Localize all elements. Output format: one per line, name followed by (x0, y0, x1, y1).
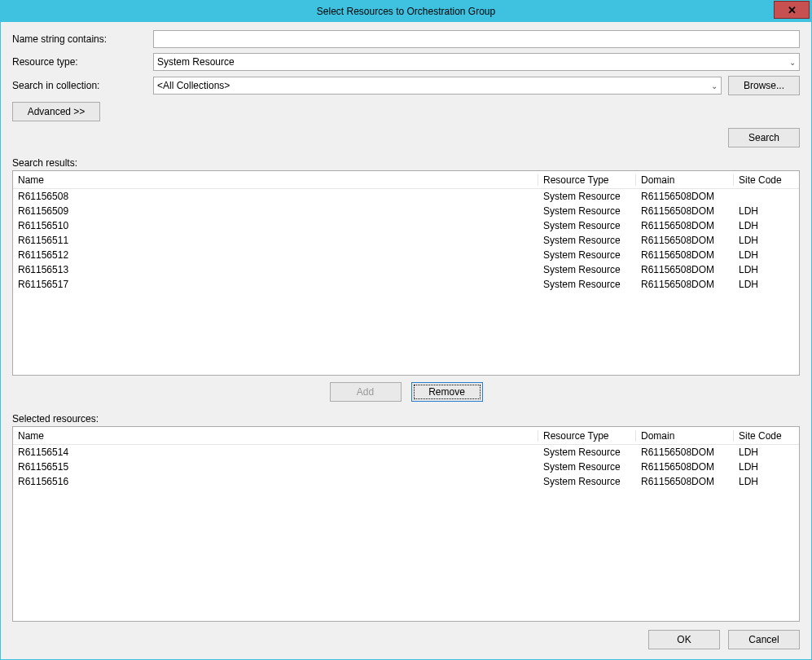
cancel-button[interactable]: Cancel (728, 630, 800, 649)
search-collection-select[interactable]: <All Collections> ⌄ (153, 77, 722, 95)
cell-domain: R61156508DOM (636, 476, 734, 487)
cell-domain: R61156508DOM (636, 264, 734, 275)
table-row[interactable]: R61156509System ResourceR61156508DOMLDH (13, 204, 799, 218)
add-button[interactable]: Add (330, 382, 402, 402)
col-header-rtype[interactable]: Resource Type (538, 174, 636, 186)
close-icon: ✕ (788, 4, 797, 16)
cell-rtype: System Resource (538, 447, 636, 458)
cell-domain: R61156508DOM (636, 447, 734, 458)
chevron-down-icon: ⌄ (711, 81, 718, 90)
col-header-rtype[interactable]: Resource Type (538, 430, 636, 442)
col-header-site[interactable]: Site Code (734, 174, 799, 186)
cell-site: LDH (734, 220, 799, 231)
name-contains-input[interactable] (153, 30, 800, 48)
cell-name: R61156511 (13, 235, 538, 246)
cell-domain: R61156508DOM (636, 461, 734, 473)
cell-rtype: System Resource (538, 249, 636, 261)
remove-button[interactable]: Remove (411, 382, 483, 402)
table-row[interactable]: R61156516System ResourceR61156508DOMLDH (13, 474, 799, 489)
cell-site: LDH (734, 461, 799, 473)
table-row[interactable]: R61156515System ResourceR61156508DOMLDH (13, 460, 799, 474)
table-row[interactable]: R61156508System ResourceR61156508DOM (13, 189, 799, 204)
row-name-contains: Name string contains: (12, 30, 800, 48)
cell-site: LDH (734, 235, 799, 246)
cell-rtype: System Resource (538, 220, 636, 231)
search-collection-label: Search in collection: (12, 80, 147, 91)
row-search-collection: Search in collection: <All Collections> … (12, 76, 800, 95)
selected-resources-body[interactable]: R61156514System ResourceR61156508DOMLDHR… (13, 445, 799, 621)
table-row[interactable]: R61156514System ResourceR61156508DOMLDH (13, 445, 799, 460)
titlebar-title: Select Resources to Orchestration Group (1, 6, 811, 17)
selected-resources-grid: Name Resource Type Domain Site Code R611… (12, 426, 800, 622)
cell-name: R61156512 (13, 249, 538, 261)
cell-site: LDH (734, 279, 799, 290)
cell-name: R61156508 (13, 191, 538, 202)
table-row[interactable]: R61156513System ResourceR61156508DOMLDH (13, 262, 799, 277)
col-header-domain[interactable]: Domain (636, 430, 734, 442)
cell-rtype: System Resource (538, 461, 636, 473)
resource-type-select[interactable]: System Resource ⌄ (153, 53, 800, 71)
row-resource-type: Resource type: System Resource ⌄ (12, 53, 800, 71)
cell-rtype: System Resource (538, 235, 636, 246)
dialog-buttons: OK Cancel (12, 630, 800, 649)
cell-rtype: System Resource (538, 264, 636, 275)
browse-button[interactable]: Browse... (728, 76, 800, 95)
ok-button[interactable]: OK (648, 630, 720, 649)
search-results-label: Search results: (12, 157, 800, 169)
cell-name: R61156513 (13, 264, 538, 275)
search-results-body[interactable]: R61156508System ResourceR61156508DOMR611… (13, 189, 799, 375)
add-remove-bar: Add Remove (12, 382, 800, 402)
row-advanced: Advanced >> (12, 102, 800, 121)
search-results-grid: Name Resource Type Domain Site Code R611… (12, 170, 800, 376)
cell-name: R61156517 (13, 279, 538, 290)
cell-name: R61156509 (13, 205, 538, 217)
col-header-domain[interactable]: Domain (636, 174, 734, 186)
resource-type-label: Resource type: (12, 56, 147, 68)
cell-rtype: System Resource (538, 191, 636, 202)
table-row[interactable]: R61156510System ResourceR61156508DOMLDH (13, 218, 799, 233)
selected-resources-label: Selected resources: (12, 413, 800, 425)
row-search-btn: Search (12, 128, 800, 147)
titlebar: Select Resources to Orchestration Group … (1, 1, 811, 22)
cell-name: R61156510 (13, 220, 538, 231)
advanced-button[interactable]: Advanced >> (12, 102, 100, 121)
search-button[interactable]: Search (728, 128, 800, 147)
search-collection-value: <All Collections> (157, 80, 230, 91)
close-button[interactable]: ✕ (774, 1, 810, 19)
cell-domain: R61156508DOM (636, 249, 734, 261)
table-row[interactable]: R61156517System ResourceR61156508DOMLDH (13, 277, 799, 292)
cell-site: LDH (734, 447, 799, 458)
cell-domain: R61156508DOM (636, 220, 734, 231)
search-results-header: Name Resource Type Domain Site Code (13, 171, 799, 189)
cell-name: R61156516 (13, 476, 538, 487)
cell-name: R61156514 (13, 447, 538, 458)
selected-resources-header: Name Resource Type Domain Site Code (13, 427, 799, 445)
client-area: Name string contains: Resource type: Sys… (1, 22, 811, 659)
col-header-name[interactable]: Name (13, 174, 538, 186)
col-header-site[interactable]: Site Code (734, 430, 799, 442)
resource-type-value: System Resource (157, 56, 235, 68)
table-row[interactable]: R61156511System ResourceR61156508DOMLDH (13, 233, 799, 248)
table-row[interactable]: R61156512System ResourceR61156508DOMLDH (13, 248, 799, 262)
cell-site: LDH (734, 264, 799, 275)
cell-domain: R61156508DOM (636, 235, 734, 246)
col-header-name[interactable]: Name (13, 430, 538, 442)
cell-name: R61156515 (13, 461, 538, 473)
cell-domain: R61156508DOM (636, 191, 734, 202)
name-contains-label: Name string contains: (12, 33, 147, 45)
dialog-window: Select Resources to Orchestration Group … (0, 0, 812, 660)
cell-site: LDH (734, 249, 799, 261)
cell-rtype: System Resource (538, 279, 636, 290)
chevron-down-icon: ⌄ (789, 58, 796, 67)
cell-rtype: System Resource (538, 476, 636, 487)
cell-rtype: System Resource (538, 205, 636, 217)
cell-domain: R61156508DOM (636, 279, 734, 290)
cell-domain: R61156508DOM (636, 205, 734, 217)
cell-site: LDH (734, 205, 799, 217)
cell-site: LDH (734, 476, 799, 487)
